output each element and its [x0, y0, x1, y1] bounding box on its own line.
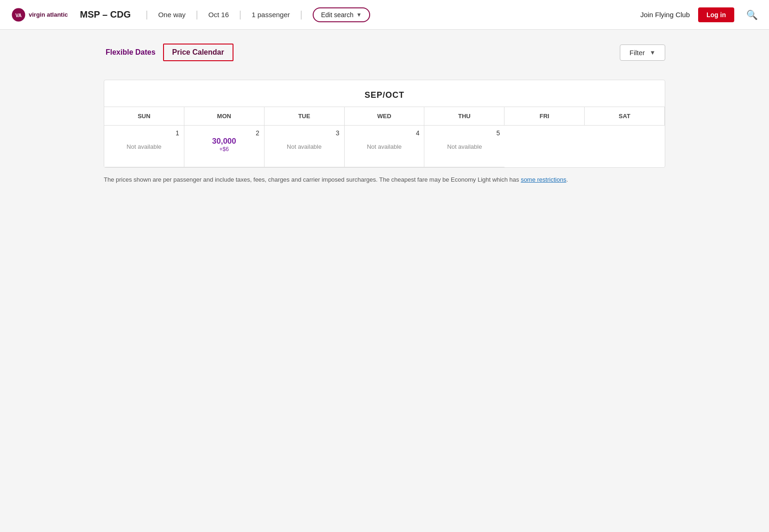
footer-note-text: The prices shown are per passenger and i…	[104, 176, 521, 183]
tab-flexible-dates[interactable]: Flexible Dates	[104, 44, 158, 60]
cell-date-number: 1	[109, 129, 179, 137]
calendar-container: SEP/OCT SUNMONTUEWEDTHUFRISAT1Not availa…	[104, 80, 665, 168]
cell-unavailable-label: Not available	[269, 143, 340, 150]
footer-end: .	[566, 176, 568, 183]
calendar-cell[interactable]: 5Not available	[424, 126, 504, 167]
calendar-dow-thu: THU	[424, 107, 504, 126]
header: VA virgin atlantic MSP – CDG | One way |…	[0, 0, 769, 30]
page-content: Flexible Dates Price Calendar Filter ▼ S…	[93, 30, 676, 197]
sep3: |	[239, 9, 241, 20]
edit-search-label: Edit search	[321, 11, 353, 19]
passengers: 1 passenger	[252, 11, 290, 19]
cell-date-number: 4	[349, 129, 420, 137]
calendar-grid: SUNMONTUEWEDTHUFRISAT1Not available230,0…	[104, 107, 665, 167]
sep1: |	[145, 9, 148, 20]
calendar-cell[interactable]: 230,000+$6	[184, 126, 265, 167]
cell-date-number: 2	[189, 129, 259, 137]
calendar-cell[interactable]: 4Not available	[345, 126, 425, 167]
calendar-dow-fri: FRI	[504, 107, 585, 126]
trip-type: One way	[158, 11, 185, 19]
search-icon[interactable]: 🔍	[746, 9, 758, 20]
cell-unavailable-label: Not available	[109, 143, 179, 150]
calendar-cell[interactable]: 3Not available	[265, 126, 345, 167]
logo-icon: VA	[11, 7, 26, 22]
cell-price-main: 30,000	[189, 137, 259, 146]
cell-unavailable-label: Not available	[429, 143, 500, 150]
calendar-dow-mon: MON	[184, 107, 265, 126]
chevron-down-icon: ▼	[356, 12, 362, 18]
filter-button[interactable]: Filter ▼	[620, 44, 665, 61]
tabs-left: Flexible Dates Price Calendar	[104, 44, 233, 61]
cell-date-number: 3	[269, 129, 340, 137]
cell-price-fee: +$6	[189, 146, 259, 152]
sep2: |	[196, 9, 198, 20]
cell-date-number: 5	[429, 129, 500, 137]
calendar-cell[interactable]: 1Not available	[104, 126, 184, 167]
tabs-row: Flexible Dates Price Calendar Filter ▼	[104, 44, 665, 61]
edit-search-button[interactable]: Edit search ▼	[313, 7, 370, 22]
footer-note: The prices shown are per passenger and i…	[104, 176, 665, 183]
calendar-dow-sun: SUN	[104, 107, 184, 126]
login-button[interactable]: Log in	[698, 7, 734, 22]
sep4: |	[300, 9, 303, 20]
logo-text: virgin atlantic	[29, 11, 68, 18]
calendar-dow-tue: TUE	[265, 107, 345, 126]
calendar-dow-sat: SAT	[585, 107, 665, 126]
svg-text:VA: VA	[15, 13, 22, 18]
tab-price-calendar[interactable]: Price Calendar	[163, 44, 233, 61]
filter-chevron-icon: ▼	[649, 49, 656, 56]
route-title: MSP – CDG	[80, 9, 131, 20]
footer-restrictions-link[interactable]: some restrictions	[521, 176, 566, 183]
travel-date: Oct 16	[208, 11, 229, 19]
join-flying-club-link[interactable]: Join Flying Club	[640, 11, 690, 19]
calendar-dow-wed: WED	[345, 107, 425, 126]
logo: VA virgin atlantic	[11, 7, 68, 22]
filter-label: Filter	[630, 49, 645, 57]
calendar-month-header: SEP/OCT	[104, 80, 665, 107]
cell-unavailable-label: Not available	[349, 143, 420, 150]
